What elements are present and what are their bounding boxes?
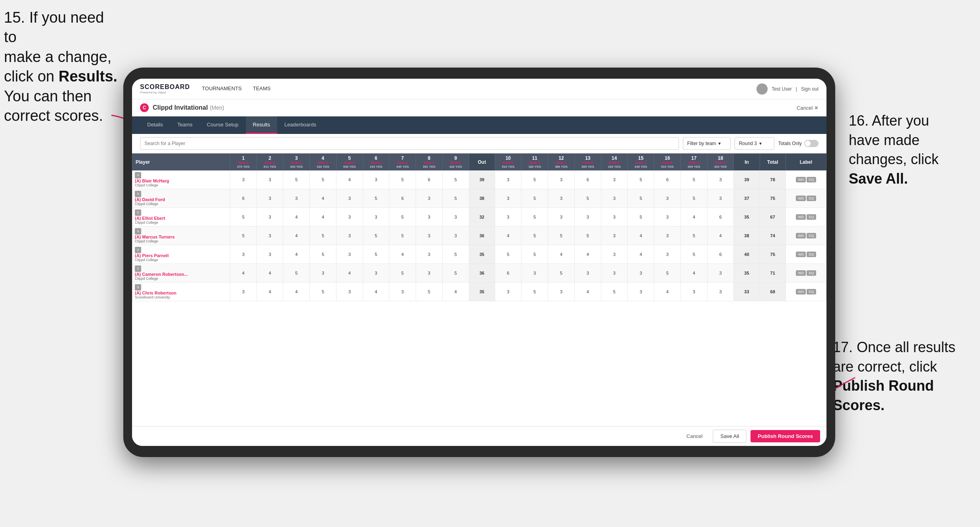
- wd-button[interactable]: WD: [796, 270, 806, 276]
- wd-button[interactable]: WD: [796, 177, 806, 182]
- wd-button[interactable]: WD: [796, 233, 806, 238]
- score-h4[interactable]: 5: [310, 227, 336, 245]
- score-h9[interactable]: 4: [442, 283, 469, 301]
- score-h2[interactable]: 3: [257, 227, 283, 245]
- score-h9[interactable]: 5: [442, 264, 469, 283]
- nav-tournaments[interactable]: TOURNAMENTS: [202, 84, 242, 94]
- score-h16[interactable]: 3: [654, 245, 681, 264]
- score-h11[interactable]: 5: [521, 283, 548, 301]
- score-h8[interactable]: 3: [416, 264, 443, 283]
- dq-button[interactable]: DQ: [807, 270, 816, 276]
- score-h5[interactable]: 3: [336, 189, 363, 208]
- score-h13[interactable]: 4: [574, 283, 601, 301]
- publish-button[interactable]: Publish Round Scores: [751, 430, 820, 442]
- score-h15[interactable]: 5: [628, 189, 654, 208]
- wd-button[interactable]: WD: [796, 252, 806, 257]
- score-h5[interactable]: 3: [336, 245, 363, 264]
- score-h8[interactable]: 3: [416, 189, 443, 208]
- score-h10[interactable]: 3: [495, 283, 521, 301]
- score-h10[interactable]: 3: [495, 208, 521, 227]
- score-h3[interactable]: 4: [283, 208, 310, 227]
- score-h11[interactable]: 5: [521, 227, 548, 245]
- score-h11[interactable]: 5: [521, 170, 548, 189]
- score-h16[interactable]: 3: [654, 189, 681, 208]
- score-h10[interactable]: 4: [495, 227, 521, 245]
- score-h6[interactable]: 3: [363, 208, 389, 227]
- score-h7[interactable]: 4: [389, 245, 416, 264]
- dq-button[interactable]: DQ: [807, 196, 816, 201]
- score-h1[interactable]: 4: [230, 264, 257, 283]
- dq-button[interactable]: DQ: [807, 214, 816, 220]
- score-h9[interactable]: 5: [442, 245, 469, 264]
- filter-team-dropdown[interactable]: Filter by team ▾: [683, 137, 731, 150]
- score-h12[interactable]: 3: [548, 283, 575, 301]
- score-h4[interactable]: 5: [310, 170, 336, 189]
- score-h16[interactable]: 5: [654, 264, 681, 283]
- score-h8[interactable]: 5: [416, 283, 443, 301]
- score-h12[interactable]: 3: [548, 189, 575, 208]
- score-h9[interactable]: 5: [442, 189, 469, 208]
- score-h1[interactable]: 3: [230, 245, 257, 264]
- score-h10[interactable]: 5: [495, 245, 521, 264]
- score-h17[interactable]: 5: [681, 227, 707, 245]
- wd-button[interactable]: WD: [796, 289, 806, 294]
- score-h1[interactable]: 5: [230, 227, 257, 245]
- score-h2[interactable]: 4: [257, 283, 283, 301]
- score-h6[interactable]: 5: [363, 227, 389, 245]
- score-h1[interactable]: 6: [230, 189, 257, 208]
- nav-teams[interactable]: TEAMS: [253, 84, 271, 94]
- score-h3[interactable]: 5: [283, 264, 310, 283]
- save-all-button[interactable]: Save All: [713, 430, 747, 443]
- score-h13[interactable]: 5: [574, 189, 601, 208]
- score-h13[interactable]: 4: [574, 245, 601, 264]
- score-h18[interactable]: 6: [707, 245, 734, 264]
- score-h18[interactable]: 3: [707, 189, 734, 208]
- score-h6[interactable]: 3: [363, 264, 389, 283]
- score-h15[interactable]: 3: [628, 283, 654, 301]
- score-h9[interactable]: 3: [442, 208, 469, 227]
- score-h14[interactable]: 3: [601, 170, 628, 189]
- score-h7[interactable]: 3: [389, 283, 416, 301]
- score-h12[interactable]: 3: [548, 170, 575, 189]
- toggle-switch[interactable]: [804, 140, 819, 147]
- score-h6[interactable]: 3: [363, 170, 389, 189]
- score-h18[interactable]: 6: [707, 208, 734, 227]
- score-h2[interactable]: 3: [257, 245, 283, 264]
- score-h17[interactable]: 5: [681, 170, 707, 189]
- score-h15[interactable]: 4: [628, 245, 654, 264]
- score-h18[interactable]: 3: [707, 170, 734, 189]
- score-h4[interactable]: 3: [310, 264, 336, 283]
- score-h18[interactable]: 3: [707, 283, 734, 301]
- score-h14[interactable]: 3: [601, 245, 628, 264]
- cancel-tournament-button[interactable]: Cancel ✕: [797, 105, 819, 111]
- score-h17[interactable]: 4: [681, 264, 707, 283]
- score-h15[interactable]: 3: [628, 264, 654, 283]
- score-h1[interactable]: 3: [230, 283, 257, 301]
- score-h12[interactable]: 5: [548, 264, 575, 283]
- score-h17[interactable]: 5: [681, 189, 707, 208]
- score-h16[interactable]: 3: [654, 227, 681, 245]
- score-h13[interactable]: 3: [574, 264, 601, 283]
- tab-leaderboards[interactable]: Leaderboards: [277, 116, 323, 134]
- score-h5[interactable]: 3: [336, 283, 363, 301]
- score-h11[interactable]: 3: [521, 264, 548, 283]
- score-h5[interactable]: 3: [336, 208, 363, 227]
- score-h15[interactable]: 4: [628, 227, 654, 245]
- cancel-button[interactable]: Cancel: [680, 430, 709, 442]
- score-h3[interactable]: 5: [283, 170, 310, 189]
- sign-out-link[interactable]: Sign out: [801, 86, 819, 92]
- score-h16[interactable]: 3: [654, 208, 681, 227]
- score-h14[interactable]: 3: [601, 208, 628, 227]
- dq-button[interactable]: DQ: [807, 177, 816, 182]
- wd-button[interactable]: WD: [796, 214, 806, 220]
- round-dropdown[interactable]: Round 3 ▾: [735, 137, 774, 150]
- score-h1[interactable]: 5: [230, 208, 257, 227]
- score-h18[interactable]: 3: [707, 264, 734, 283]
- score-h17[interactable]: 4: [681, 208, 707, 227]
- score-h10[interactable]: 6: [495, 264, 521, 283]
- score-h4[interactable]: 4: [310, 208, 336, 227]
- score-h8[interactable]: 3: [416, 245, 443, 264]
- score-h15[interactable]: 5: [628, 170, 654, 189]
- score-h5[interactable]: 3: [336, 227, 363, 245]
- score-h6[interactable]: 5: [363, 189, 389, 208]
